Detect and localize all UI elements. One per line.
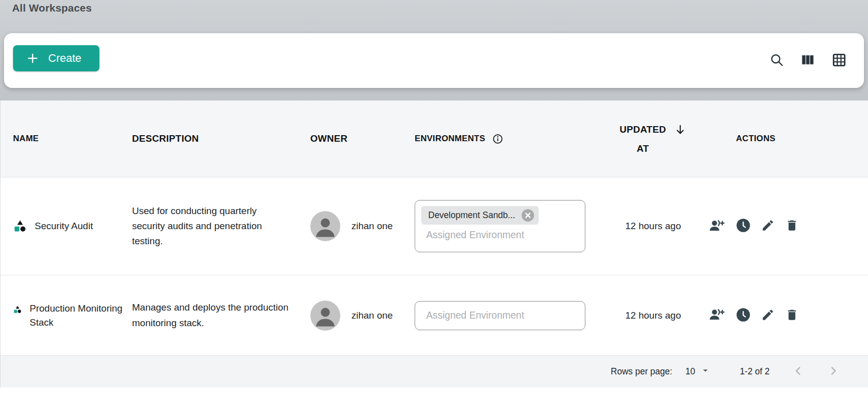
sort-desc-icon[interactable]	[674, 123, 687, 136]
grid-view-button[interactable]	[831, 52, 847, 69]
column-header-environments[interactable]: ENVIRONMENTS	[415, 133, 598, 145]
add-user-icon	[708, 218, 725, 235]
workspace-shapes-icon	[13, 305, 22, 314]
top-band: All Workspaces Create	[0, 0, 868, 101]
pagination-range: 1-2 of 2	[740, 366, 770, 377]
delete-button[interactable]	[785, 219, 799, 234]
column-header-actions: ACTIONS	[708, 134, 868, 144]
page-title: All Workspaces	[0, 0, 868, 14]
environments-cell: Development Sandb... Assigned Environmen…	[415, 200, 598, 252]
view-columns-icon	[800, 52, 815, 69]
column-header-name[interactable]: NAME	[1, 134, 132, 144]
search-icon	[769, 52, 784, 69]
updated-at-cell: 12 hours ago	[598, 221, 708, 232]
search-button[interactable]	[769, 52, 784, 69]
column-header-description[interactable]: DESCRIPTION	[132, 131, 310, 146]
environment-placeholder: Assigned Environment	[421, 310, 524, 321]
actions-cell	[708, 218, 868, 235]
owner-cell: zihan one	[310, 301, 415, 331]
plus-icon	[26, 52, 39, 65]
grid-view-icon	[831, 52, 847, 69]
chevron-left-icon	[792, 364, 805, 379]
owner-name: zihan one	[351, 310, 393, 321]
workspace-name: Security Audit	[35, 219, 93, 233]
workspace-name-cell: Security Audit	[1, 219, 132, 233]
edit-icon	[761, 308, 775, 323]
workspace-shapes-icon	[13, 219, 27, 233]
previous-page-button[interactable]	[792, 364, 805, 379]
delete-icon	[785, 308, 799, 323]
workspace-name: Production Monitoring Stack	[30, 302, 132, 329]
add-user-icon	[708, 307, 725, 324]
environment-chip[interactable]: Development Sandb...	[421, 206, 539, 225]
toolbar-card: Create	[4, 33, 864, 88]
create-button-label: Create	[48, 52, 81, 65]
pagination-bar: Rows per page: 10 1-2 of 2	[1, 356, 868, 387]
column-header-updated-label: UPDATED	[619, 124, 666, 135]
updated-at-cell: 12 hours ago	[598, 310, 708, 321]
workspace-description: Manages and deploys the production monit…	[132, 300, 310, 330]
owner-cell: zihan one	[310, 211, 415, 241]
info-icon[interactable]	[492, 133, 504, 145]
column-header-updated-at[interactable]: UPDATED AT	[598, 123, 708, 154]
column-header-owner[interactable]: OWNER	[310, 133, 415, 144]
delete-button[interactable]	[785, 308, 799, 323]
workspace-description: Used for conducting quarterly security a…	[132, 204, 310, 249]
assigned-environment-input[interactable]: Development Sandb... Assigned Environmen…	[415, 200, 585, 252]
rows-per-page-label: Rows per page:	[611, 366, 673, 377]
column-header-at-label: AT	[619, 143, 666, 154]
avatar-icon	[310, 211, 340, 241]
edit-button[interactable]	[761, 219, 775, 234]
add-user-button[interactable]	[708, 218, 725, 235]
add-user-button[interactable]	[708, 307, 725, 324]
rows-per-page-select[interactable]: 10	[685, 365, 710, 378]
environment-placeholder: Assigned Environment	[421, 229, 579, 241]
toolbar-icons	[769, 52, 847, 69]
table-header: NAME DESCRIPTION OWNER ENVIRONMENTS UPDA…	[1, 101, 868, 177]
table-row: Security Audit Used for conducting quart…	[1, 177, 868, 275]
owner-name: zihan one	[351, 221, 393, 232]
delete-icon	[785, 219, 799, 234]
chevron-right-icon	[827, 364, 840, 379]
history-button[interactable]	[736, 308, 751, 324]
rows-per-page-value: 10	[685, 366, 695, 377]
environment-chip-label: Development Sandb...	[428, 210, 515, 221]
column-header-environments-label: ENVIRONMENTS	[415, 134, 485, 144]
workspace-name-cell: Production Monitoring Stack	[1, 302, 132, 329]
bottom-strip	[0, 387, 868, 395]
caret-down-icon	[700, 365, 711, 378]
view-columns-button[interactable]	[800, 52, 815, 69]
table-row: Production Monitoring Stack Manages and …	[1, 275, 868, 356]
next-page-button[interactable]	[827, 364, 840, 379]
environments-cell: Assigned Environment	[415, 301, 598, 330]
close-icon[interactable]	[521, 209, 535, 222]
edit-icon	[761, 219, 775, 234]
history-icon	[736, 308, 751, 324]
edit-button[interactable]	[761, 308, 775, 323]
create-button[interactable]: Create	[13, 45, 99, 71]
history-icon	[736, 218, 751, 234]
history-button[interactable]	[736, 218, 751, 234]
workspaces-table: NAME DESCRIPTION OWNER ENVIRONMENTS UPDA…	[0, 101, 868, 387]
assigned-environment-input[interactable]: Assigned Environment	[415, 301, 585, 330]
actions-cell	[708, 307, 868, 324]
avatar-icon	[310, 301, 340, 331]
